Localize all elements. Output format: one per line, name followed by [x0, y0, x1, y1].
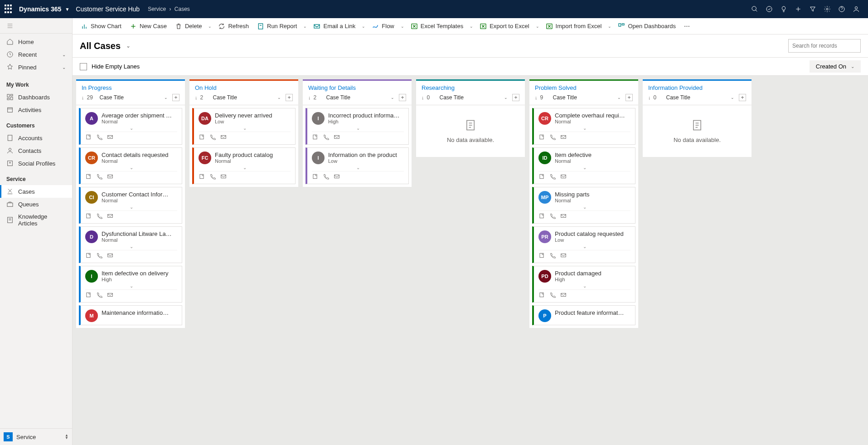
note-icon[interactable]: [85, 292, 92, 299]
nav-item-accounts[interactable]: Accounts: [0, 132, 72, 144]
view-title[interactable]: All Cases: [80, 41, 121, 51]
chevron-down-icon[interactable]: ⌄: [391, 95, 394, 100]
kanban-card[interactable]: CR Complete overhaul requi… Normal ⌄: [532, 108, 635, 145]
mail-icon[interactable]: [107, 173, 113, 181]
card-expand-chevron-icon[interactable]: ⌄: [538, 205, 630, 210]
cmd-new-case[interactable]: New Case: [126, 21, 170, 32]
hide-empty-checkbox[interactable]: [80, 63, 87, 70]
cmd-open-dashboards[interactable]: Open Dashboards: [614, 21, 679, 32]
card-expand-chevron-icon[interactable]: ⌄: [199, 126, 291, 131]
kanban-card[interactable]: A Average order shipment … Normal ⌄: [79, 108, 182, 145]
lane-title[interactable]: In Progress: [76, 79, 185, 93]
note-icon[interactable]: [85, 134, 92, 142]
cmd-show-chart[interactable]: Show Chart: [77, 21, 125, 32]
nav-item-knowledge-articles[interactable]: Knowledge Articles: [0, 210, 72, 230]
note-icon[interactable]: [312, 173, 318, 181]
cmd-delete[interactable]: Delete: [171, 21, 206, 32]
lane-field-label[interactable]: Case Title: [213, 94, 275, 101]
kanban-card[interactable]: ID Item defective Normal ⌄: [532, 147, 635, 184]
mail-icon[interactable]: [107, 252, 113, 260]
cmd-split-chevron-icon[interactable]: ⌄: [301, 22, 309, 30]
mail-icon[interactable]: [560, 292, 567, 299]
cmd-run-report[interactable]: Run Report: [253, 21, 301, 32]
kanban-card[interactable]: DA Delivery never arrived Low ⌄: [192, 108, 296, 145]
card-expand-chevron-icon[interactable]: ⌄: [199, 165, 291, 170]
mail-icon[interactable]: [107, 134, 113, 142]
kanban-card[interactable]: P Product feature informat…: [532, 305, 635, 325]
phone-icon[interactable]: [549, 292, 556, 299]
note-icon[interactable]: [199, 134, 205, 142]
hamburger-button[interactable]: [0, 18, 72, 34]
mail-icon[interactable]: [107, 213, 113, 220]
mail-icon[interactable]: [334, 134, 340, 142]
add-card-button[interactable]: +: [172, 94, 179, 101]
card-expand-chevron-icon[interactable]: ⌄: [538, 165, 630, 170]
kanban-card[interactable]: MP Missing parts Normal ⌄: [532, 187, 635, 224]
nav-item-contacts[interactable]: Contacts: [0, 144, 72, 157]
view-picker-chevron-icon[interactable]: ⌄: [126, 43, 131, 49]
sort-by-button[interactable]: Created On ⌄: [810, 60, 861, 73]
card-expand-chevron-icon[interactable]: ⌄: [538, 284, 630, 289]
cmd-email-a-link[interactable]: Email a Link: [310, 21, 359, 32]
nav-item-queues[interactable]: Queues: [0, 198, 72, 210]
card-expand-chevron-icon[interactable]: ⌄: [538, 126, 630, 131]
lane-title[interactable]: Information Provided: [643, 79, 752, 93]
cmd-split-chevron-icon[interactable]: ⌄: [399, 22, 406, 30]
card-expand-chevron-icon[interactable]: ⌄: [312, 165, 404, 170]
card-expand-chevron-icon[interactable]: ⌄: [538, 244, 630, 249]
phone-icon[interactable]: [549, 134, 556, 142]
cmd-split-chevron-icon[interactable]: ⌄: [468, 22, 475, 30]
hub-label[interactable]: Customer Service Hub: [76, 5, 140, 13]
card-expand-chevron-icon[interactable]: ⌄: [85, 205, 177, 210]
search-input[interactable]: [792, 43, 860, 49]
gear-icon[interactable]: [820, 0, 834, 18]
kanban-card[interactable]: I Incorrect product informa… High ⌄: [305, 108, 409, 145]
cmd-flow[interactable]: Flow: [368, 21, 398, 32]
cmd-split-chevron-icon[interactable]: ⌄: [534, 22, 541, 30]
area-switcher[interactable]: S Service ▲▼: [0, 428, 72, 445]
sort-arrow-icon[interactable]: ↓: [535, 95, 538, 100]
mail-icon[interactable]: [560, 213, 567, 220]
cmd-excel-templates[interactable]: Excel Templates: [407, 21, 467, 32]
nav-item-dashboards[interactable]: Dashboards: [0, 91, 72, 103]
kanban-card[interactable]: I Item defective on delivery High ⌄: [79, 266, 182, 303]
kanban-card[interactable]: PD Product damaged High ⌄: [532, 266, 635, 303]
chevron-down-icon[interactable]: ⌄: [617, 95, 621, 100]
phone-icon[interactable]: [209, 134, 216, 142]
task-icon[interactable]: [762, 0, 776, 18]
lane-field-label[interactable]: Case Title: [100, 94, 162, 101]
filter-icon[interactable]: [805, 0, 820, 18]
chevron-down-icon[interactable]: ⌄: [277, 95, 281, 100]
lane-field-label[interactable]: Case Title: [666, 94, 728, 101]
card-expand-chevron-icon[interactable]: ⌄: [312, 126, 404, 131]
card-expand-chevron-icon[interactable]: ⌄: [85, 126, 177, 131]
card-expand-chevron-icon[interactable]: ⌄: [85, 165, 177, 170]
sort-arrow-icon[interactable]: ↓: [648, 95, 651, 100]
add-card-button[interactable]: +: [286, 94, 293, 101]
mail-icon[interactable]: [220, 134, 227, 142]
cmd-split-chevron-icon[interactable]: ⌄: [360, 22, 367, 30]
help-icon[interactable]: [834, 0, 849, 18]
nav-item-activities[interactable]: Activities: [0, 103, 72, 116]
lane-title[interactable]: Researching: [416, 79, 525, 93]
search-icon[interactable]: [747, 0, 762, 18]
card-expand-chevron-icon[interactable]: ⌄: [85, 284, 177, 289]
nav-item-social-profiles[interactable]: Social Profiles: [0, 157, 72, 170]
mail-icon[interactable]: [560, 173, 567, 181]
mail-icon[interactable]: [220, 173, 227, 181]
sort-arrow-icon[interactable]: ↓: [195, 95, 198, 100]
nav-item-home[interactable]: Home: [0, 35, 72, 48]
note-icon[interactable]: [538, 292, 545, 299]
note-icon[interactable]: [199, 173, 205, 181]
nav-item-cases[interactable]: Cases: [0, 185, 72, 198]
mail-icon[interactable]: [334, 173, 340, 181]
phone-icon[interactable]: [96, 173, 102, 181]
sort-arrow-icon[interactable]: ↓: [422, 95, 424, 100]
kanban-card[interactable]: CR Contact details requested Normal ⌄: [79, 147, 182, 184]
chevron-down-icon[interactable]: ⌄: [504, 95, 508, 100]
lane-field-label[interactable]: Case Title: [326, 94, 388, 101]
phone-icon[interactable]: [96, 134, 102, 142]
chevron-down-icon[interactable]: ▼: [65, 7, 69, 12]
note-icon[interactable]: [85, 252, 92, 260]
cmd-refresh[interactable]: Refresh: [214, 21, 252, 32]
